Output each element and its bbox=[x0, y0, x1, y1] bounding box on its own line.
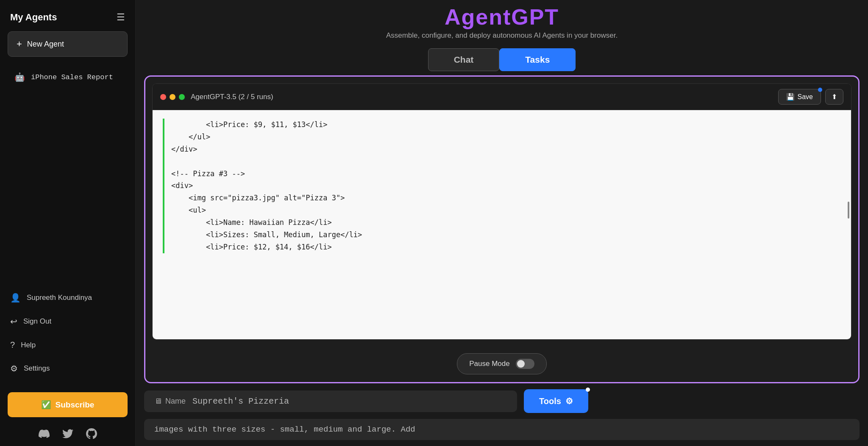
save-button[interactable]: 💾 Save bbox=[778, 89, 821, 105]
sidebar-item-profile[interactable]: 👤 Supreeth Koundinya bbox=[0, 287, 135, 309]
main-header: AgentGPT Assemble, configure, and deploy… bbox=[136, 0, 868, 42]
bottom-bar: 🖥 Name Supreeth's Pizzeria Tools ⚙ bbox=[136, 383, 868, 419]
subscribe-label: Subscribe bbox=[56, 400, 95, 410]
save-icon: 💾 bbox=[786, 93, 795, 101]
tools-label: Tools bbox=[539, 396, 561, 406]
signout-label: Sign Out bbox=[23, 317, 51, 326]
sidebar-item-iphone-sales[interactable]: 🤖 iPhone Sales Report bbox=[4, 65, 131, 89]
new-agent-button[interactable]: + New Agent bbox=[8, 31, 128, 57]
twitter-icon[interactable] bbox=[62, 428, 73, 442]
app-title: AgentGPT bbox=[136, 4, 868, 30]
github-icon[interactable] bbox=[86, 428, 97, 442]
sidebar: My Agents ☰ + New Agent 🤖 iPhone Sales R… bbox=[0, 0, 136, 446]
user-icon: 👤 bbox=[10, 293, 21, 303]
profile-label: Supreeth Koundinya bbox=[27, 294, 92, 302]
toggle-track[interactable] bbox=[516, 359, 534, 369]
code-window-header: AgentGPT-3.5 (2 / 5 runs) 💾 Save ⬆ bbox=[153, 84, 851, 110]
sidebar-item-signout[interactable]: ↩ Sign Out bbox=[0, 310, 135, 332]
sidebar-item-settings[interactable]: ⚙ Settings bbox=[0, 357, 135, 380]
sidebar-title: My Agents bbox=[10, 12, 57, 23]
discord-icon[interactable] bbox=[39, 428, 50, 442]
settings-label: Settings bbox=[24, 364, 50, 373]
window-maximize-dot[interactable] bbox=[179, 94, 185, 100]
name-section: 🖥 Name Supreeth's Pizzeria bbox=[144, 391, 517, 412]
window-controls bbox=[160, 94, 185, 100]
tab-chat[interactable]: Chat bbox=[428, 48, 500, 71]
instruction-bar: images with three sizes - small, medium … bbox=[144, 419, 860, 440]
help-icon: ? bbox=[10, 340, 15, 350]
subscribe-button[interactable]: ✅ Subscribe bbox=[8, 392, 128, 417]
robot-small-icon: 🖥 bbox=[154, 397, 162, 406]
hamburger-icon[interactable]: ☰ bbox=[117, 12, 125, 23]
app-subtitle: Assemble, configure, and deploy autonomo… bbox=[136, 31, 868, 40]
window-actions: 💾 Save ⬆ bbox=[778, 89, 843, 105]
window-close-dot[interactable] bbox=[160, 94, 166, 100]
export-icon: ⬆ bbox=[832, 93, 837, 100]
robot-icon: 🤖 bbox=[14, 72, 25, 83]
sidebar-footer: 👤 Supreeth Koundinya ↩ Sign Out ? Help ⚙… bbox=[0, 283, 135, 388]
name-label: 🖥 Name bbox=[154, 397, 186, 406]
code-text: <li>Price: $9, $11, $13</li> </ul> </div… bbox=[171, 119, 841, 253]
instruction-text: images with three sizes - small, medium … bbox=[154, 425, 415, 434]
tab-bar: Chat Tasks bbox=[136, 48, 868, 71]
save-notification-dot bbox=[818, 88, 822, 92]
help-label: Help bbox=[21, 341, 36, 349]
content-area: AgentGPT-3.5 (2 / 5 runs) 💾 Save ⬆ <l bbox=[144, 75, 860, 383]
settings-icon: ⚙ bbox=[10, 363, 18, 374]
pause-mode-label: Pause Mode bbox=[469, 360, 509, 368]
pause-bar: Pause Mode bbox=[145, 346, 858, 382]
code-display: <li>Price: $9, $11, $13</li> </ul> </div… bbox=[153, 110, 851, 339]
tools-button[interactable]: Tools ⚙ bbox=[524, 389, 588, 413]
code-window: AgentGPT-3.5 (2 / 5 runs) 💾 Save ⬆ <l bbox=[152, 83, 851, 340]
save-label: Save bbox=[798, 93, 813, 101]
social-links bbox=[0, 421, 135, 446]
agent-name-value: Supreeth's Pizzeria bbox=[192, 396, 289, 406]
main-area: AgentGPT Assemble, configure, and deploy… bbox=[136, 0, 868, 446]
sidebar-item-help[interactable]: ? Help bbox=[0, 334, 135, 356]
window-minimize-dot[interactable] bbox=[170, 94, 175, 100]
new-agent-label: New Agent bbox=[27, 40, 64, 49]
tools-notification-dot bbox=[586, 388, 590, 392]
subscribe-check-icon: ✅ bbox=[41, 400, 51, 410]
scrollbar-thumb[interactable] bbox=[848, 202, 849, 219]
code-content-wrapper: <li>Price: $9, $11, $13</li> </ul> </div… bbox=[163, 119, 841, 253]
signout-icon: ↩ bbox=[10, 316, 17, 327]
toggle-thumb bbox=[517, 360, 525, 368]
sidebar-item-label: iPhone Sales Report bbox=[31, 73, 113, 81]
export-button[interactable]: ⬆ bbox=[825, 89, 843, 105]
tab-tasks[interactable]: Tasks bbox=[499, 48, 576, 71]
sidebar-header: My Agents ☰ bbox=[0, 0, 135, 31]
plus-icon: + bbox=[17, 39, 22, 50]
pause-mode-toggle[interactable]: Pause Mode bbox=[457, 353, 546, 374]
window-title: AgentGPT-3.5 (2 / 5 runs) bbox=[191, 93, 273, 101]
tools-gear-icon: ⚙ bbox=[565, 396, 573, 406]
